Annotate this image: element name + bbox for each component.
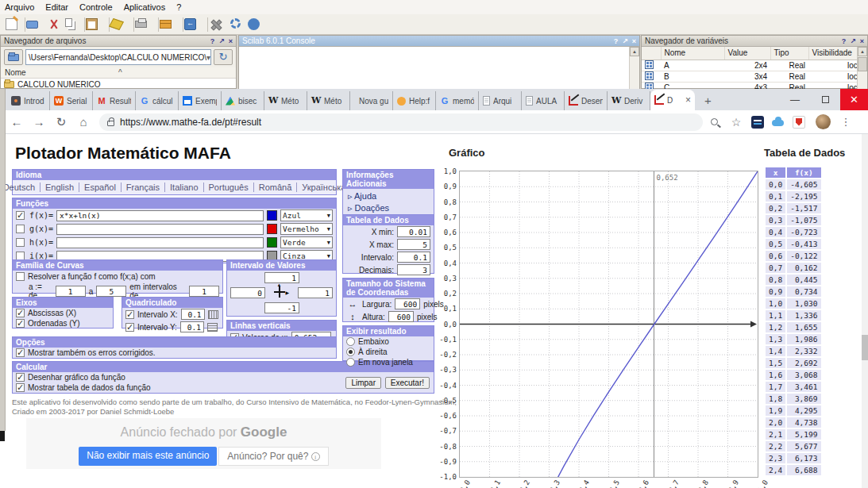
scilab-menu-item[interactable]: Aplicativos bbox=[124, 2, 166, 12]
exibir-radio[interactable] bbox=[346, 337, 355, 346]
browser-tab[interactable]: Desen × bbox=[565, 91, 608, 110]
decimais-input[interactable] bbox=[397, 264, 430, 275]
familia-step-input[interactable] bbox=[189, 286, 219, 297]
interval-top-input[interactable] bbox=[264, 272, 299, 283]
exibir-radio[interactable] bbox=[346, 348, 355, 356]
print-icon[interactable] bbox=[133, 17, 152, 32]
browser-tab[interactable]: Nova guia × bbox=[350, 91, 393, 110]
tools-icon[interactable] bbox=[207, 17, 226, 32]
scilab-menu-item[interactable]: ? bbox=[176, 2, 181, 12]
browser-tab[interactable]: memó × bbox=[436, 91, 479, 110]
window-close-button[interactable]: ✕ bbox=[840, 89, 868, 110]
xmax-input[interactable] bbox=[397, 239, 430, 250]
executar-button[interactable]: Executar! bbox=[385, 377, 430, 389]
erros-checkbox[interactable] bbox=[16, 348, 25, 357]
familia-from-input[interactable] bbox=[56, 286, 86, 297]
browser-tab[interactable]: Result × bbox=[93, 91, 136, 110]
cut-icon[interactable] bbox=[47, 17, 61, 32]
extension-icon[interactable] bbox=[751, 116, 764, 129]
interval-right-input[interactable] bbox=[298, 287, 333, 298]
shield-extension-icon[interactable] bbox=[793, 116, 805, 129]
forward-button[interactable]: → bbox=[28, 115, 50, 129]
browser-tab[interactable]: AULA × bbox=[522, 91, 565, 110]
function-input[interactable] bbox=[56, 210, 264, 221]
panel-close-icon[interactable]: × bbox=[229, 37, 233, 45]
altura-input[interactable] bbox=[388, 311, 414, 322]
browser-tab[interactable]: Introd × bbox=[7, 91, 50, 110]
language-link[interactable]: Română bbox=[254, 183, 298, 192]
console-titlebar[interactable]: Scilab 6.0.1 Console ? ↗ × bbox=[239, 36, 639, 47]
minimize-button[interactable]: — bbox=[780, 94, 810, 106]
scroll-up-icon[interactable]: ▲ bbox=[858, 47, 867, 56]
language-link[interactable]: Español bbox=[79, 183, 122, 192]
browser-tab[interactable]: Deriv × bbox=[608, 91, 650, 110]
panel-help-icon[interactable]: ? bbox=[210, 37, 215, 45]
browser-tab[interactable]: cálcul × bbox=[136, 91, 179, 110]
console-scrollbar[interactable]: ▲ bbox=[629, 47, 639, 89]
zoom-icon[interactable] bbox=[703, 118, 725, 125]
xmin-input[interactable] bbox=[397, 226, 430, 237]
panel-close-icon[interactable]: × bbox=[632, 37, 636, 45]
calc-checkbox[interactable] bbox=[16, 383, 25, 392]
familia-to-input[interactable] bbox=[96, 286, 126, 297]
panel-undock-icon[interactable]: ↗ bbox=[218, 37, 225, 45]
color-select[interactable]: Verde▼ bbox=[280, 236, 333, 248]
language-link[interactable]: English bbox=[41, 183, 79, 192]
function-input[interactable] bbox=[56, 224, 264, 235]
info-link[interactable]: Ajuda bbox=[343, 190, 434, 202]
language-link[interactable]: Deutsch bbox=[6, 183, 41, 192]
ad-why-button[interactable]: Anúncio? Por quê? i bbox=[218, 447, 328, 466]
language-link[interactable]: Français bbox=[122, 183, 165, 192]
function-checkbox[interactable] bbox=[16, 238, 25, 247]
variables-titlebar[interactable]: Navegador de variáveis ? ↗ × bbox=[642, 36, 867, 47]
grid-y-checkbox[interactable] bbox=[125, 323, 134, 332]
grid-x-input[interactable] bbox=[181, 309, 205, 320]
exibir-radio[interactable] bbox=[346, 358, 355, 367]
console-output[interactable]: --> for i=1:kf //kf tb e criterio de par… bbox=[239, 47, 639, 89]
open-file-icon[interactable] bbox=[25, 17, 44, 32]
panel-undock-icon[interactable]: ↗ bbox=[622, 37, 628, 45]
console-icon[interactable] bbox=[183, 17, 202, 32]
interval-left-input[interactable] bbox=[230, 287, 265, 298]
interval-bottom-input[interactable] bbox=[264, 302, 299, 313]
dismiss-ad-button[interactable]: Não exibir mais este anúncio bbox=[79, 447, 217, 466]
archive-icon[interactable] bbox=[158, 17, 177, 32]
grid-y-input[interactable] bbox=[180, 321, 204, 332]
scilab-menu-item[interactable]: Arquivo bbox=[5, 2, 34, 12]
file-browser-titlebar[interactable]: Navegador de arquivos ? ↗ × bbox=[1, 36, 236, 47]
reload-button[interactable]: ↻ bbox=[50, 115, 72, 129]
browser-tab[interactable]: Méto × bbox=[307, 91, 350, 110]
variable-row[interactable]: A 2x4 Real local bbox=[642, 60, 867, 71]
settings-gear-icon[interactable] bbox=[230, 17, 244, 32]
variable-row[interactable]: C 4x3 Real local bbox=[642, 82, 867, 89]
panel-undock-icon[interactable]: ↗ bbox=[850, 37, 856, 45]
function-input[interactable] bbox=[56, 237, 264, 248]
browser-tab[interactable]: D × bbox=[650, 90, 695, 110]
lock-icon[interactable] bbox=[107, 121, 114, 126]
scilab-help-icon[interactable] bbox=[247, 17, 261, 32]
url-text[interactable]: https://www.mathe-fa.de/pt#result bbox=[120, 117, 261, 128]
scilab-menu-item[interactable]: Controle bbox=[79, 2, 113, 12]
copy-icon[interactable] bbox=[64, 17, 79, 32]
axis-checkbox[interactable] bbox=[16, 309, 25, 317]
browser-tab[interactable]: bisec × bbox=[222, 91, 264, 110]
profile-avatar[interactable] bbox=[816, 114, 831, 129]
largura-input[interactable] bbox=[395, 298, 420, 309]
browser-menu-icon[interactable]: ⋮ bbox=[837, 116, 854, 128]
clean-icon[interactable] bbox=[109, 17, 128, 32]
bookmark-star-icon[interactable]: ☆ bbox=[725, 116, 747, 129]
panel-help-icon[interactable]: ? bbox=[842, 37, 847, 45]
browser-tab[interactable]: Arqui × bbox=[479, 91, 522, 110]
restore-button[interactable] bbox=[810, 96, 840, 103]
new-tab-button[interactable]: + bbox=[704, 94, 712, 107]
color-select[interactable]: Azul▼ bbox=[280, 209, 333, 221]
back-button[interactable]: ← bbox=[6, 115, 28, 129]
color-select[interactable]: Vermelho▼ bbox=[280, 223, 333, 235]
function-checkbox[interactable] bbox=[16, 211, 25, 220]
tab-close-icon[interactable]: × bbox=[685, 94, 691, 106]
variables-col-value[interactable]: Value bbox=[724, 47, 770, 60]
page-scrollbar[interactable] bbox=[862, 134, 868, 488]
info-link[interactable]: Doações bbox=[343, 202, 434, 214]
folder-button[interactable] bbox=[4, 49, 23, 65]
calc-checkbox[interactable] bbox=[16, 373, 25, 382]
